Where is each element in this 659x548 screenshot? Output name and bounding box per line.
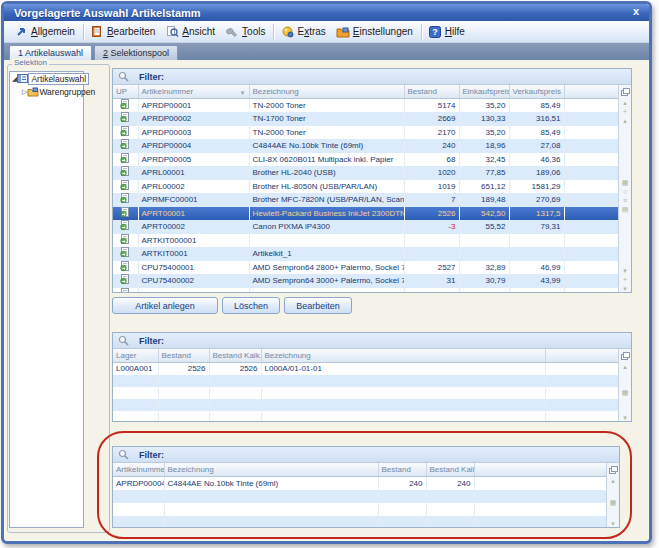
menu-item-einstellungen[interactable]: Einstellungen [332,23,419,40]
cell-verkaufspreis: 316,51 [509,112,564,126]
scroll-up-icon[interactable]: ▴ [611,476,615,485]
tree-item-warengruppen[interactable]: ▷ Warengruppen [10,85,83,98]
cell-einkaufspreis: 77,85 [459,166,509,180]
tree-item-label: Artikelauswahl [28,73,89,85]
scroll-minus-icon[interactable]: + [623,275,627,284]
cell-bestand [158,411,209,423]
cell-artikelnummer: CPU75400002 [138,274,249,288]
layout-icon[interactable]: ▤ [622,205,629,214]
cell-bestand_kalk [426,516,474,529]
tree-item-artikelauswahl[interactable]: ◢ Artikelauswahl [10,72,83,85]
artikel-anlegen-button[interactable]: Artikel anlegen [112,297,218,314]
cell-bezeichnung [249,234,404,248]
grid-view-icon[interactable]: ▦ [610,498,617,507]
table-row[interactable]: L000A00125262526L000A/01-01-01 [113,362,618,375]
column-header-bezeichnung[interactable]: Bezeichnung [261,349,545,362]
table-row[interactable]: APRDP00005CLI-8X 0620B011 Multipack inkl… [113,153,618,167]
cell-artikelnummer: CPU75400001 [138,261,249,275]
cell-bezeichnung: C4844AE No.10bk Tinte (69ml) [249,139,404,153]
column-header-bestand-kalk[interactable]: Bestand Kalk. [426,463,474,476]
column-header-bestand-kalk[interactable]: Bestand Kalk.. [209,349,261,362]
table-row[interactable]: CPU75400001AMD Sempron64 2800+ Palermo, … [113,261,618,275]
scroll-down-icon[interactable]: ▾ [623,413,627,422]
tab-selektionspool[interactable]: 2 Selektionspool [94,45,178,60]
column-chooser-icon[interactable] [621,85,630,98]
cell-bestand_kalk [209,399,261,411]
cell-bestand: -3 [404,220,459,234]
cell-verkaufspreis: 43,99 [509,274,564,288]
column-header-lager[interactable]: Lager [113,349,158,362]
search-icon[interactable]: ○ [623,187,627,196]
list-view-icon[interactable]: ≡ [623,196,627,205]
grid-side-scrollbar[interactable]: ▴ ▦ ▾ [606,463,619,528]
column-chooser-icon[interactable] [609,463,618,476]
table-row[interactable]: CPU75400002AMD Sempron64 3000+ Palermo, … [113,274,618,288]
table-row[interactable]: ARTKIT000001 [113,234,618,248]
table-row[interactable]: APRDP00001TN-2000 Toner517435,2085,49 [113,98,618,112]
scroll-bottom-icon[interactable]: ▾ [623,284,627,293]
column-header-bestand[interactable]: Bestand [378,463,426,476]
cell-bestand: 240 [404,139,459,153]
extras-globe-icon [280,25,294,38]
table-row[interactable]: APRDP00003TN-2000 Toner217035,2085,49 [113,126,618,140]
grid-side-scrollbar[interactable]: ▴ + ▴ ▦ ○ ≡ ▤ ▾ + ▾ [618,85,631,293]
cell-bestand [158,387,209,399]
table-row[interactable]: APRT00001Hewlett-Packard Business InkJet… [113,207,618,221]
cell-einkaufspreis: 32,89 [459,261,509,275]
menu-item-bearbeiten[interactable]: Bearbeiten [86,23,161,40]
column-chooser-icon[interactable] [621,349,630,362]
cell-verkaufspreis: 46,99 [509,261,564,275]
pool-grid-filter-row[interactable]: Filter: [113,447,619,463]
cell-artikelnummer [113,503,164,516]
article-row-icon [120,274,130,284]
menu-item-extras[interactable]: Extras [276,23,331,40]
column-header-artikelnummer[interactable]: Artikelnummer [113,463,164,476]
menu-item-ansicht[interactable]: Ansicht [161,23,221,40]
scroll-down-icon[interactable]: ▾ [611,519,615,528]
menu-item-tools[interactable]: Tools [221,23,271,40]
table-row[interactable]: APRMFC00001Brother MFC-7820N (USB/PAR/LA… [113,193,618,207]
column-header-bezeichnung[interactable]: Bezeichnung [249,85,404,98]
scroll-up-icon[interactable]: ▴ [623,362,627,371]
cell-artikelnummer [113,490,164,503]
tab-strip: 1 Artikelauswahl 2 Selektionspool [4,43,649,60]
column-header-bestand[interactable]: Bestand [158,349,209,362]
column-header-up[interactable]: UP [113,85,138,98]
scroll-top-icon[interactable]: ▴ [623,98,627,107]
menu-item-allgemein[interactable]: Allgemein [10,23,81,40]
table-row[interactable]: ARTKIT0001Artikelkit_1 [113,247,618,261]
menu-separator [273,24,274,40]
grid-view-icon[interactable]: ▦ [622,388,629,397]
column-header-artikelnummer[interactable]: Artikelnummer▼ [138,85,249,98]
column-header-einkaufspreis[interactable]: Einkaufspreis [459,85,509,98]
settings-folder-icon [336,25,350,38]
column-header-bestand[interactable]: Bestand [404,85,459,98]
table-row[interactable]: CPU75400003AMD Sempron64 2800+ Palermo, … [113,288,618,294]
cell-verkaufspreis: 270,69 [509,193,564,207]
scroll-plus-icon[interactable]: + [623,107,627,116]
table-row[interactable]: APRDP00004C4844AE No.10bk Tinte (69ml)24… [113,476,606,490]
article-row-icon [120,112,130,122]
column-header-verkaufspreis[interactable]: Verkaufspreis [509,85,564,98]
cell-bezeichnung [261,387,545,399]
article-grid-filter-row[interactable]: Filter: [113,69,631,85]
cell-verkaufspreis: 34,99 [509,288,564,294]
table-row[interactable]: APRT00002Canon PIXMA iP4300-355,5279,31 [113,220,618,234]
menu-item-hilfe[interactable]: ? Hilfe [424,23,471,40]
cell-bezeichnung: C4844AE No.10bk Tinte (69ml) [164,476,378,490]
table-row[interactable]: APRL00001Brother HL-2040 (USB)102077,851… [113,166,618,180]
column-header-bezeichnung[interactable]: Bezeichnung [164,463,378,476]
article-row-icon [120,288,130,294]
grid-view-icon[interactable]: ▦ [622,178,629,187]
scroll-down-icon[interactable]: ▾ [623,266,627,275]
grid-side-scrollbar[interactable]: ▴ ▦ ▾ [618,349,631,422]
scroll-up-icon[interactable]: ▴ [623,116,627,125]
loeschen-button[interactable]: Löschen [222,297,280,314]
close-icon[interactable]: x [633,5,639,17]
filler-cell [474,476,606,490]
lager-grid-filter-row[interactable]: Filter: [113,333,631,349]
table-row[interactable]: APRDP00004C4844AE No.10bk Tinte (69ml)24… [113,139,618,153]
table-row[interactable]: APRDP00002TN-1700 Toner2669130,33316,51 [113,112,618,126]
table-row[interactable]: APRL00002Brother HL-8050N (USB/PAR/LAN)1… [113,180,618,194]
bearbeiten-button[interactable]: Bearbeiten [284,297,352,314]
